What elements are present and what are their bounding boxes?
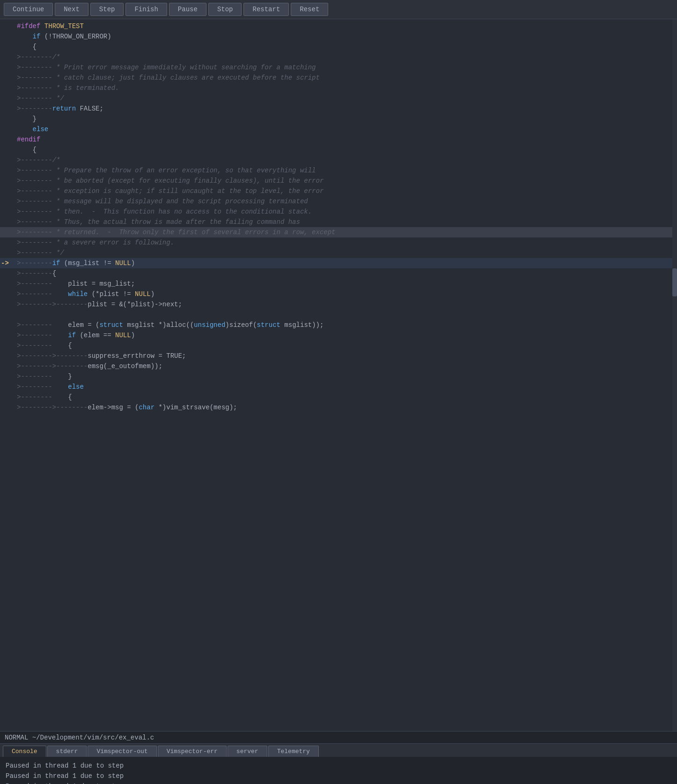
step-button[interactable]: Step (90, 3, 124, 16)
code-line: >-------- * Print error message immediat… (0, 62, 677, 73)
line-content: >-------- { (15, 392, 677, 402)
line-content: { (15, 145, 677, 155)
finish-button[interactable]: Finish (125, 3, 167, 16)
code-line: >-------- * Prepare the throw of an erro… (0, 165, 677, 176)
line-content: } (15, 114, 677, 124)
line-content: >-------- elem = (struct msglist *)alloc… (15, 320, 677, 330)
line-content: >--------/* (15, 155, 677, 165)
code-line: >-------- { (0, 340, 677, 351)
tab-stderr[interactable]: stderr (47, 746, 87, 757)
line-content: >-------- * a severe error is following. (15, 237, 677, 248)
line-content: >-------- else (15, 382, 677, 392)
code-line: >--------{ (0, 268, 677, 279)
code-line: else (0, 124, 677, 134)
code-line: >-------- plist = msg_list; (0, 279, 677, 289)
line-content: >--------{ (15, 268, 677, 279)
bottom-tabs: Console stderr Vimspector-out Vimspector… (0, 743, 677, 757)
code-line: >-------- elem = (struct msglist *)alloc… (0, 320, 677, 330)
line-content: >-------- * Prepare the throw of an erro… (15, 165, 677, 176)
pause-button[interactable]: Pause (169, 3, 206, 16)
code-line (0, 310, 677, 320)
code-lines: #ifdef THROW_TEST if (!THROW_ON_ERROR) {… (0, 19, 677, 414)
code-line: >--------return FALSE; (0, 104, 677, 114)
code-line: if (!THROW_ON_ERROR) (0, 31, 677, 42)
code-line: >--------/* (0, 52, 677, 62)
code-line: #endif (0, 134, 677, 145)
code-line: >-------->--------suppress_errthrow = TR… (0, 351, 677, 361)
line-content: >-------- * then. - This function has no… (15, 207, 677, 217)
line-content: >-------->--------emsg(_e_outofmem)); (15, 361, 677, 371)
line-content: >-------- * is terminated. (15, 83, 677, 93)
code-line: >-------- * is terminated. (0, 83, 677, 93)
tab-server[interactable]: server (228, 746, 267, 757)
reset-button[interactable]: Reset (291, 3, 328, 16)
code-line: >-------- * catch clause; just finally c… (0, 73, 677, 83)
line-content: >--------return FALSE; (15, 104, 677, 114)
console-line: Paused in thread 1 due to step (6, 781, 671, 784)
code-line: >-------- * returned. - Throw only the f… (0, 227, 677, 237)
line-content: #endif (15, 134, 677, 145)
tab-vimspector-out[interactable]: Vimspector-out (88, 746, 156, 757)
code-line: >-------->--------plist = &(*plist)->nex… (0, 299, 677, 310)
code-line: >-------- * Thus, the actual throw is ma… (0, 217, 677, 227)
status-text: NORMAL ~/Development/vim/src/ex_eval.c (5, 734, 154, 741)
debug-toolbar: Continue Next Step Finish Pause Stop Res… (0, 0, 677, 19)
code-line: >-------- */ (0, 248, 677, 258)
console-output: Paused in thread 1 due to step Paused in… (0, 757, 677, 784)
code-line: >-------- */ (0, 93, 677, 104)
line-content: >-------- while (*plist != NULL) (15, 289, 677, 299)
continue-button[interactable]: Continue (4, 3, 53, 16)
line-content: >-------- * Print error message immediat… (15, 62, 677, 73)
line-content: >-------- * be aborted (except for execu… (15, 176, 677, 186)
line-content: >-------- * exception is caught; if stil… (15, 186, 677, 196)
code-line: >-------- * then. - This function has no… (0, 207, 677, 217)
code-editor: #ifdef THROW_TEST if (!THROW_ON_ERROR) {… (0, 19, 677, 731)
stop-button[interactable]: Stop (208, 3, 242, 16)
current-code-line: -> >--------if (msg_list != NULL) (0, 258, 677, 268)
code-line: >-------- while (*plist != NULL) (0, 289, 677, 299)
code-line: >-------- * a severe error is following. (0, 237, 677, 248)
status-bar: NORMAL ~/Development/vim/src/ex_eval.c (0, 731, 677, 743)
line-content: >-------- */ (15, 93, 677, 104)
line-content: >--------/* (15, 52, 677, 62)
code-line: >--------/* (0, 155, 677, 165)
code-line: { (0, 145, 677, 155)
code-line: >-------->--------elem->msg = (char *)vi… (0, 402, 677, 413)
next-button[interactable]: Next (55, 3, 88, 16)
code-line: } (0, 114, 677, 124)
line-content: >-------->--------elem->msg = (char *)vi… (15, 402, 677, 413)
tab-console[interactable]: Console (3, 746, 46, 757)
code-line: >-------- * be aborted (except for execu… (0, 176, 677, 186)
line-content: #ifdef THROW_TEST (15, 21, 677, 31)
line-content: >-------- * message will be displayed an… (15, 196, 677, 207)
code-line: #ifdef THROW_TEST (0, 21, 677, 31)
line-content: >--------if (msg_list != NULL) (15, 258, 677, 268)
code-line: >-------->--------emsg(_e_outofmem)); (0, 361, 677, 371)
scrollbar-thumb[interactable] (672, 268, 677, 296)
line-content: >-------- */ (15, 248, 677, 258)
current-line-arrow: -> (0, 259, 15, 267)
line-content: >-------- * Thus, the actual throw is ma… (15, 217, 677, 227)
line-content: >-------- * catch clause; just finally c… (15, 73, 677, 83)
line-content: >-------->--------suppress_errthrow = TR… (15, 351, 677, 361)
line-content: { (15, 42, 677, 52)
line-content: >-------- } (15, 371, 677, 382)
line-content: >-------- * returned. - Throw only the f… (15, 227, 677, 237)
scrollbar[interactable] (672, 19, 677, 731)
line-content (15, 310, 677, 320)
code-line: >-------- * exception is caught; if stil… (0, 186, 677, 196)
code-line: >-------- } (0, 371, 677, 382)
code-line: { (0, 42, 677, 52)
code-line: >-------- if (elem == NULL) (0, 330, 677, 340)
code-line: >-------- * message will be displayed an… (0, 196, 677, 207)
restart-button[interactable]: Restart (243, 3, 289, 16)
tab-vimspector-err[interactable]: Vimspector-err (158, 746, 227, 757)
tab-telemetry[interactable]: Telemetry (268, 746, 319, 757)
code-line: >-------- { (0, 392, 677, 402)
line-content: else (15, 124, 677, 134)
line-content: >-------->--------plist = &(*plist)->nex… (15, 299, 677, 310)
console-line: Paused in thread 1 due to step (6, 761, 671, 771)
line-content: >-------- plist = msg_list; (15, 279, 677, 289)
line-content: >-------- { (15, 340, 677, 351)
line-content: if (!THROW_ON_ERROR) (15, 31, 677, 42)
